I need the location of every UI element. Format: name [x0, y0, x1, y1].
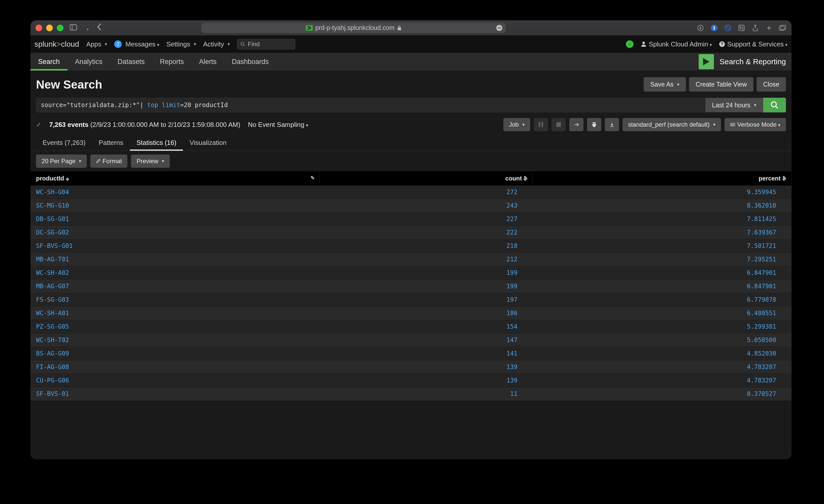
table-row: WC-SH-A021996.847901 [30, 266, 792, 280]
productid-link[interactable]: SF-BVS-G01 [36, 242, 73, 249]
run-search-button[interactable] [763, 98, 786, 112]
pause-button[interactable] [534, 118, 548, 131]
support-menu[interactable]: ? Support & Services [719, 40, 788, 48]
new-tab-icon[interactable] [765, 24, 773, 32]
user-menu[interactable]: Splunk Cloud Admin [641, 40, 712, 48]
cell-productid: SF-BVS-01 [30, 387, 320, 401]
user-label: Splunk Cloud Admin [649, 40, 712, 48]
cell-productid: DB-SG-G01 [30, 212, 320, 226]
tab-search[interactable]: Search [30, 53, 68, 71]
print-button[interactable] [587, 118, 601, 131]
col-productid[interactable]: productId◆ ✎ [30, 171, 320, 186]
page-actions-icon[interactable]: ••• [496, 25, 502, 31]
col-percent[interactable]: percent◆ ✎ [533, 171, 792, 186]
table-row: FS-SG-G031976.779078 [30, 293, 792, 307]
productid-link[interactable]: SF-BVS-01 [36, 390, 69, 397]
back-button-icon[interactable] [95, 23, 104, 32]
productid-link[interactable]: DC-SG-G02 [36, 229, 69, 236]
cell-percent: 6.847901 [533, 266, 792, 280]
edit-column-icon[interactable]: ✎ [524, 175, 528, 181]
share-job-button[interactable] [569, 118, 584, 131]
job-menu[interactable]: Job [503, 118, 530, 131]
tab-events[interactable]: Events (7,263) [36, 135, 92, 151]
productid-link[interactable]: WC-SH-A02 [36, 269, 69, 276]
close-button[interactable]: Close [756, 77, 786, 92]
productid-link[interactable]: PZ-SG-G05 [36, 323, 69, 330]
sidebar-toggle-icon[interactable] [67, 24, 80, 32]
app-brand-label: Search & Reporting [719, 57, 786, 66]
search-perf-dropdown[interactable]: standard_perf (search default) [623, 118, 721, 131]
close-window-icon[interactable] [35, 25, 42, 31]
notion-icon[interactable] [738, 24, 745, 32]
cell-productid: MB-AG-T01 [30, 253, 320, 266]
search-mode-dropdown[interactable]: Verbose Mode [725, 118, 786, 131]
table-row: DC-SG-G022227.639367 [30, 226, 792, 239]
preview-dropdown[interactable]: Preview [131, 155, 170, 168]
cell-productid: WC-SH-A02 [30, 266, 320, 280]
cell-productid: WC-SH-T02 [30, 333, 320, 347]
cell-count: 139 [320, 374, 533, 387]
edit-column-icon[interactable]: ✎ [783, 175, 787, 181]
productid-link[interactable]: CU-PG-G06 [36, 377, 69, 384]
url-bar[interactable]: > prd-p-tyahj.splunkcloud.com ••• [201, 23, 506, 33]
cell-percent: 4.852030 [533, 347, 792, 361]
tab-overview-icon[interactable] [779, 24, 787, 32]
svg-rect-14 [542, 122, 543, 127]
cell-count: 212 [320, 253, 533, 266]
check-icon: ✓ [36, 121, 41, 129]
save-as-button[interactable]: Save As [644, 77, 686, 92]
minimize-window-icon[interactable] [46, 25, 53, 31]
productid-link[interactable]: WC-SH-A01 [36, 310, 69, 317]
tab-datasets[interactable]: Datasets [110, 53, 152, 71]
find-input[interactable]: Find [237, 39, 295, 49]
health-status-icon[interactable]: ✓ [626, 40, 633, 48]
svg-text:?: ? [721, 42, 724, 46]
query-kw1: top [147, 102, 158, 109]
time-range-picker[interactable]: Last 24 hours [706, 98, 763, 112]
tab-visualization[interactable]: Visualization [183, 135, 233, 151]
cell-count: 199 [320, 280, 533, 293]
tab-dashboards[interactable]: Dashboards [224, 53, 277, 71]
productid-link[interactable]: SC-MG-G10 [36, 202, 69, 209]
edit-column-icon[interactable]: ✎ [311, 175, 315, 181]
tab-statistics[interactable]: Statistics (16) [130, 135, 183, 151]
cell-percent: 5.058500 [533, 333, 792, 347]
productid-link[interactable]: MB-AG-T01 [36, 256, 69, 263]
format-button[interactable]: Format [90, 155, 127, 168]
cell-productid: MB-AG-G07 [30, 280, 320, 293]
tab-analytics[interactable]: Analytics [68, 53, 110, 71]
messages-label: Messages [125, 40, 159, 48]
cell-count: 227 [320, 212, 533, 226]
productid-link[interactable]: MB-AG-G07 [36, 283, 69, 290]
event-sampling-dropdown[interactable]: No Event Sampling [248, 121, 308, 129]
search-input[interactable]: source="tutorialdata.zip:*"| top limit=2… [36, 98, 706, 112]
messages-menu[interactable]: 2 Messages [114, 40, 159, 48]
app-brand[interactable]: Search & Reporting [699, 54, 792, 69]
tab-alerts[interactable]: Alerts [192, 53, 224, 71]
productid-link[interactable]: FS-SG-G03 [36, 296, 69, 303]
settings-menu[interactable]: Settings [167, 40, 196, 48]
extension-icon[interactable] [724, 24, 732, 32]
splunk-logo[interactable]: splunk>cloud [34, 40, 79, 48]
tab-patterns[interactable]: Patterns [92, 135, 130, 151]
onepassword-icon[interactable] [710, 24, 718, 32]
productid-link[interactable]: FI-AG-G08 [36, 364, 69, 371]
share-icon[interactable] [751, 24, 759, 32]
productid-link[interactable]: BS-AG-G09 [36, 350, 69, 357]
tab-reports[interactable]: Reports [152, 53, 192, 71]
col-count[interactable]: count◆ ✎ [320, 171, 533, 186]
productid-link[interactable]: WC-SH-T02 [36, 336, 69, 343]
create-table-view-button[interactable]: Create Table View [689, 77, 753, 92]
per-page-dropdown[interactable]: 20 Per Page [36, 155, 87, 168]
tab-group-dropdown[interactable] [83, 24, 91, 32]
stop-button[interactable] [551, 118, 566, 131]
svg-rect-17 [730, 124, 735, 125]
apps-menu[interactable]: Apps [86, 40, 107, 48]
downloads-icon[interactable] [697, 24, 704, 32]
activity-menu[interactable]: Activity [203, 40, 230, 48]
zoom-window-icon[interactable] [57, 25, 64, 31]
productid-link[interactable]: WC-SH-G04 [36, 189, 69, 196]
table-row: SF-BVS-01110.378527 [30, 387, 792, 401]
export-button[interactable] [605, 118, 619, 131]
productid-link[interactable]: DB-SG-G01 [36, 215, 69, 222]
